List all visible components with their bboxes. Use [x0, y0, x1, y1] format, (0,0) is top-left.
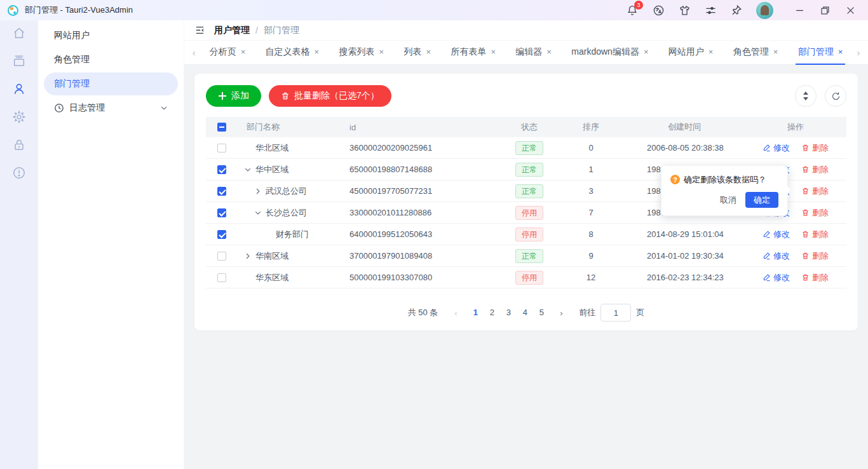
settings-sliders-icon[interactable]: [704, 4, 717, 17]
page-content: 添加 批量删除（已选7个）: [184, 65, 868, 469]
tab-close-icon[interactable]: ×: [426, 48, 431, 56]
tree-expand-toggle[interactable]: [244, 166, 255, 173]
tab-label: 分析页: [210, 46, 236, 58]
edit-button[interactable]: 修改: [763, 142, 790, 154]
refresh-button[interactable]: [825, 85, 846, 107]
tab-close-icon[interactable]: ×: [491, 48, 496, 56]
sidebar-menu-item[interactable]: 网站用户: [44, 24, 178, 47]
sidebar-menu-item[interactable]: 角色管理: [44, 48, 178, 71]
delete-button[interactable]: 删除: [801, 207, 829, 219]
department-id: 500000199103307080: [349, 273, 501, 282]
status-badge: 正常: [515, 184, 543, 198]
tab-label: 自定义表格: [266, 46, 310, 58]
tab[interactable]: 部门管理×: [796, 41, 846, 65]
department-id: 640000199512050643: [349, 229, 501, 239]
status-badge: 正常: [515, 163, 543, 177]
select-all-checkbox[interactable]: [217, 123, 226, 132]
tree-expand-toggle[interactable]: [244, 252, 255, 260]
edit-button[interactable]: 修改: [763, 272, 790, 283]
density-button[interactable]: [795, 85, 817, 107]
breadcrumb-parent[interactable]: 用户管理: [214, 25, 250, 36]
delete-button[interactable]: 删除: [801, 142, 829, 154]
pin-icon[interactable]: [730, 4, 743, 17]
batch-delete-button[interactable]: 批量删除（已选7个）: [269, 85, 391, 107]
delete-button[interactable]: 删除: [801, 272, 829, 283]
sidebar-menu-item[interactable]: 部门管理: [44, 72, 178, 95]
tab[interactable]: 网站用户×: [666, 41, 716, 65]
edit-button[interactable]: 修改: [763, 250, 790, 262]
clock-icon: [54, 103, 64, 113]
delete-button[interactable]: 删除: [801, 229, 829, 240]
edit-button[interactable]: 修改: [763, 229, 790, 240]
row-checkbox[interactable]: [217, 273, 226, 282]
popover-cancel-button[interactable]: 取消: [720, 194, 736, 206]
pagination-page[interactable]: 3: [500, 304, 517, 321]
tab-close-icon[interactable]: ×: [773, 48, 778, 56]
pagination-goto-input[interactable]: [600, 304, 631, 322]
minimize-button[interactable]: [787, 0, 812, 20]
tab[interactable]: 所有表单×: [448, 41, 498, 65]
tab[interactable]: 搜索列表×: [337, 41, 387, 65]
tab[interactable]: 自定义表格×: [263, 41, 322, 65]
popover-confirm-button[interactable]: 确定: [745, 192, 778, 208]
tab-close-icon[interactable]: ×: [838, 48, 843, 56]
theme-shirt-icon[interactable]: [678, 4, 691, 17]
sidebar-menu-item[interactable]: 日志管理: [44, 97, 178, 119]
notification-bell-icon[interactable]: 3: [626, 4, 639, 17]
tab-close-icon[interactable]: ×: [644, 48, 649, 56]
row-checkbox[interactable]: [217, 165, 226, 174]
settings-gear-icon[interactable]: [11, 109, 27, 125]
delete-button[interactable]: 删除: [801, 186, 829, 197]
refresh-icon: [831, 92, 841, 101]
maximize-button[interactable]: [812, 0, 837, 20]
home-icon[interactable]: [11, 25, 27, 41]
tab[interactable]: markdown编辑器×: [569, 41, 651, 65]
row-checkbox[interactable]: [217, 230, 226, 239]
app-logo-icon: [8, 5, 18, 16]
menu-item-label: 部门管理: [54, 78, 90, 90]
add-button[interactable]: 添加: [206, 85, 261, 107]
translate-icon[interactable]: [652, 4, 665, 17]
pagination-page[interactable]: 5: [533, 304, 550, 321]
close-button[interactable]: [837, 0, 863, 20]
tree-expand-toggle[interactable]: [254, 209, 266, 217]
archive-box-icon[interactable]: [11, 53, 27, 69]
row-checkbox[interactable]: [217, 208, 226, 217]
pagination-page[interactable]: 2: [484, 304, 500, 321]
delete-button[interactable]: 删除: [801, 164, 829, 175]
menu-item-label: 网站用户: [54, 30, 90, 41]
tab[interactable]: 编辑器×: [513, 41, 554, 65]
tab-close-icon[interactable]: ×: [241, 48, 246, 56]
breadcrumb-bar: 用户管理 / 部门管理: [184, 20, 868, 41]
tab-close-icon[interactable]: ×: [379, 48, 384, 56]
tab-close-icon[interactable]: ×: [315, 48, 320, 56]
tab-list: 分析页×自定义表格×搜索列表×列表×所有表单×编辑器×markdown编辑器×网…: [200, 41, 853, 65]
lock-icon[interactable]: [11, 137, 27, 153]
created-time: 2006-08-05 20:38:38: [624, 143, 745, 153]
pagination-page[interactable]: 4: [517, 304, 533, 321]
row-checkbox[interactable]: [217, 187, 226, 196]
column-header-actions: 操作: [745, 121, 846, 133]
created-time: 2016-02-23 12:34:23: [624, 273, 745, 282]
users-icon[interactable]: [11, 81, 27, 97]
tabs-scroll-right-icon[interactable]: ›: [853, 48, 864, 58]
tab-close-icon[interactable]: ×: [546, 48, 552, 56]
tab[interactable]: 列表×: [401, 41, 433, 65]
user-avatar[interactable]: [756, 2, 773, 19]
status-badge: 正常: [515, 141, 543, 155]
tab[interactable]: 角色管理×: [731, 41, 781, 65]
pagination-page[interactable]: 1: [467, 304, 484, 321]
alert-circle-icon[interactable]: [11, 165, 27, 180]
menu-fold-icon[interactable]: [194, 25, 205, 36]
row-checkbox[interactable]: [217, 252, 226, 261]
delete-button[interactable]: 删除: [801, 250, 829, 262]
tree-expand-toggle[interactable]: [254, 187, 266, 195]
tabs-scroll-left-icon[interactable]: ‹: [188, 48, 200, 58]
titlebar: 部门管理 - Tauri2-Vue3Admin 3: [0, 0, 868, 20]
row-checkbox[interactable]: [217, 144, 226, 153]
tab[interactable]: 分析页×: [207, 41, 248, 65]
tab-close-icon[interactable]: ×: [709, 48, 714, 56]
pagination-prev-icon[interactable]: ‹: [448, 308, 463, 318]
pagination-next-icon[interactable]: ›: [553, 308, 569, 318]
chevron-down-icon: [160, 104, 168, 112]
